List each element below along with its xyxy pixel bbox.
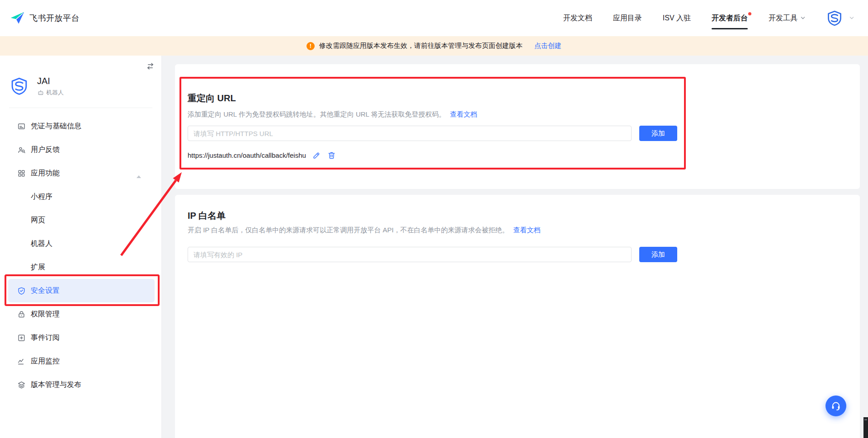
sidebar-item-label: 用户反馈 [31, 145, 60, 155]
notification-dot [748, 12, 751, 15]
notice-text: 修改需跟随应用版本发布生效，请前往版本管理与发布页面创建版本 [319, 42, 523, 50]
top-header: 飞书开放平台 开发文档 应用目录 ISV 入驻 开发者后台 开发工具 [0, 0, 868, 36]
trash-icon [327, 151, 336, 160]
pencil-icon [312, 151, 321, 160]
delete-url-button[interactable] [327, 151, 336, 160]
sidebar-item-label: 网页 [31, 216, 45, 225]
shield-check-icon [17, 286, 26, 295]
sidebar-menu: 凭证与基础信息 用户反馈 应用功能 小程序 网页 [0, 114, 161, 396]
chevron-down-icon [800, 15, 806, 21]
support-button[interactable] [826, 396, 846, 416]
plus-square-icon [17, 333, 26, 342]
grid-icon [17, 169, 26, 178]
collapse-icon [146, 62, 155, 71]
sidebar-item-label: 权限管理 [31, 310, 60, 319]
sidebar-item-app-monitoring[interactable]: 应用监控 [8, 349, 155, 373]
ip-section-title: IP 白名单 [188, 210, 226, 221]
feishu-logo-icon [10, 11, 25, 26]
app-type: 机器人 [38, 89, 64, 97]
avatar [826, 10, 843, 26]
ip-whitelist-section: IP 白名单 开启 IP 白名单后，仅白名单中的来源请求可以正常调用开放平台 A… [175, 195, 860, 438]
sidebar-item-web-app[interactable]: 网页 [8, 208, 155, 232]
ip-description-text: 开启 IP 白名单后，仅白名单中的来源请求可以正常调用开放平台 API，不在白名… [188, 226, 509, 234]
page: 飞书开放平台 开发文档 应用目录 ISV 入驻 开发者后台 开发工具 [0, 0, 868, 438]
edit-url-button[interactable] [312, 151, 321, 160]
app-icon [10, 77, 28, 95]
sidebar-item-bot[interactable]: 机器人 [8, 232, 155, 255]
nav-dev-tools[interactable]: 开发工具 [769, 0, 806, 36]
redirect-description-text: 添加重定向 URL 作为免登授权码跳转地址。其他重定向 URL 将无法获取免登授… [188, 110, 446, 118]
robot-icon [38, 89, 44, 96]
sidebar-item-label: 安全设置 [31, 286, 60, 296]
nav-dev-docs[interactable]: 开发文档 [563, 0, 592, 36]
nav-dev-tools-label: 开发工具 [769, 14, 797, 23]
sidebar-item-extension[interactable]: 扩展 [8, 255, 155, 279]
divider [9, 108, 152, 108]
collapse-up-icon[interactable] [137, 172, 141, 180]
sidebar-item-label: 应用功能 [31, 169, 60, 178]
ip-section-description: 开启 IP 白名单后，仅白名单中的来源请求可以正常调用开放平台 API，不在白名… [188, 226, 541, 235]
redirect-url-section: 重定向 URL 添加重定向 URL 作为免登授权码跳转地址。其他重定向 URL … [175, 64, 860, 189]
nav-isv[interactable]: ISV 入驻 [663, 0, 691, 36]
app-type-label: 机器人 [46, 89, 64, 97]
ip-doc-link[interactable]: 查看文档 [514, 226, 541, 234]
top-nav: 开发文档 应用目录 ISV 入驻 开发者后台 开发工具 [563, 0, 854, 36]
sidebar-item-label: 版本管理与发布 [31, 380, 81, 390]
brand-name: 飞书开放平台 [29, 13, 80, 24]
nav-app-directory[interactable]: 应用目录 [613, 0, 642, 36]
headset-icon [830, 400, 841, 411]
redirect-url-row: https://justauth.cn/oauth/callback/feish… [188, 149, 336, 161]
redirect-section-title: 重定向 URL [188, 92, 236, 104]
ip-input[interactable] [188, 247, 632, 262]
scrollbar-artifact [863, 417, 868, 438]
sidebar-item-label: 事件订阅 [31, 333, 60, 343]
feedback-icon [17, 145, 26, 154]
sidebar-item-permissions[interactable]: 权限管理 [8, 302, 155, 326]
app-name: JAI [37, 76, 50, 86]
sidebar-item-app-features[interactable]: 应用功能 [8, 161, 155, 185]
redirect-url-input[interactable] [188, 126, 632, 141]
sidebar-item-label: 凭证与基础信息 [31, 122, 81, 131]
notice-banner: ! 修改需跟随应用版本发布生效，请前往版本管理与发布页面创建版本 点击创建 [0, 36, 868, 56]
sidebar-item-event-subscription[interactable]: 事件订阅 [8, 326, 155, 349]
redirect-url-value: https://justauth.cn/oauth/callback/feish… [188, 151, 306, 159]
nav-developer-console-label: 开发者后台 [712, 14, 748, 23]
account-menu[interactable] [826, 10, 854, 26]
sidebar-item-label: 小程序 [31, 192, 52, 202]
sidebar-item-label: 扩展 [31, 263, 45, 272]
redirect-section-description: 添加重定向 URL 作为免登授权码跳转地址。其他重定向 URL 将无法获取免登授… [188, 110, 477, 119]
redirect-add-button[interactable]: 添加 [639, 126, 677, 141]
brand[interactable]: 飞书开放平台 [10, 11, 80, 26]
sidebar-item-label: 机器人 [31, 239, 52, 249]
sidebar-item-version-management[interactable]: 版本管理与发布 [8, 373, 155, 396]
sidebar-item-label: 应用监控 [31, 357, 60, 366]
lock-icon [17, 310, 26, 319]
id-card-icon [17, 122, 26, 131]
ip-add-button[interactable]: 添加 [639, 247, 677, 262]
line-chart-icon [17, 357, 26, 366]
sidebar-item-mini-program[interactable]: 小程序 [8, 185, 155, 208]
notice-create-link[interactable]: 点击创建 [534, 42, 561, 50]
chevron-down-icon [849, 15, 854, 21]
sidebar-item-credentials[interactable]: 凭证与基础信息 [8, 114, 155, 138]
main-content: 重定向 URL 添加重定向 URL 作为免登授权码跳转地址。其他重定向 URL … [162, 56, 868, 438]
sidebar-item-security-settings[interactable]: 安全设置 [8, 279, 155, 302]
sidebar: JAI 机器人 凭证与基础信息 用户反 [0, 56, 162, 438]
warning-icon: ! [307, 42, 315, 50]
nav-developer-console[interactable]: 开发者后台 [712, 0, 748, 36]
collapse-sidebar-button[interactable] [145, 61, 156, 73]
layers-icon [17, 380, 26, 389]
redirect-doc-link[interactable]: 查看文档 [450, 110, 477, 118]
sidebar-item-user-feedback[interactable]: 用户反馈 [8, 138, 155, 161]
